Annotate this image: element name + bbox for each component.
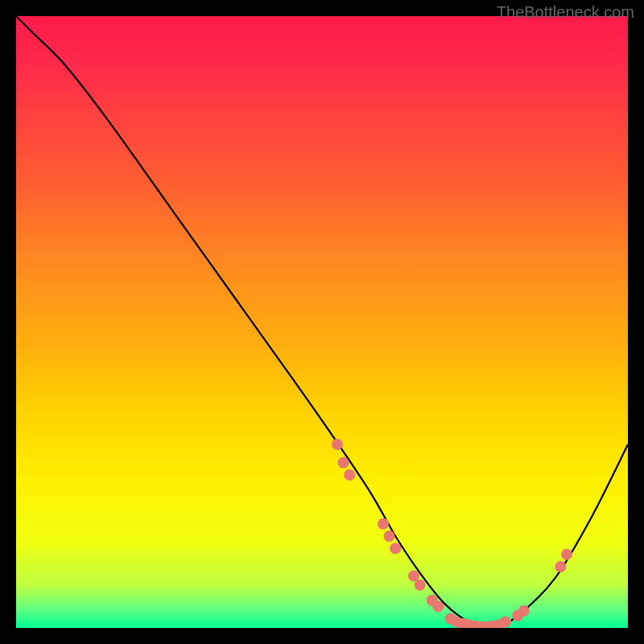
chart-plot-area xyxy=(16,16,628,628)
data-marker xyxy=(432,601,444,612)
data-marker xyxy=(500,616,511,627)
bottleneck-curve xyxy=(16,16,628,628)
data-marker xyxy=(390,543,401,554)
data-marker xyxy=(555,561,566,572)
data-marker xyxy=(338,457,349,469)
data-marker xyxy=(415,580,426,591)
data-marker xyxy=(518,605,530,617)
chart-svg xyxy=(16,16,628,628)
data-marker xyxy=(384,530,395,542)
data-marker xyxy=(378,518,389,530)
data-marker xyxy=(408,570,419,581)
data-marker xyxy=(561,549,572,560)
data-marker xyxy=(332,439,343,450)
watermark-text: TheBottleneck.com xyxy=(497,3,634,22)
data-marker xyxy=(344,469,355,481)
